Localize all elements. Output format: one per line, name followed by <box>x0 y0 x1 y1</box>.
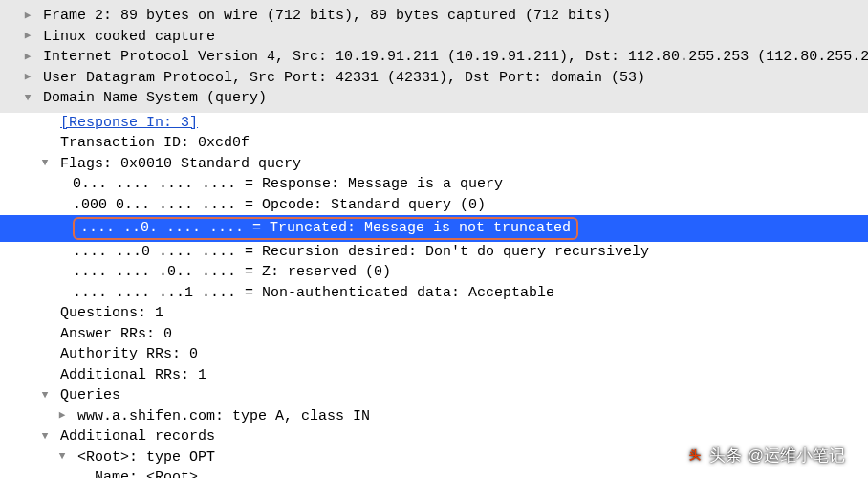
flag-recursion-text: .... ...0 .... .... = Recursion desired:… <box>73 244 649 260</box>
toutiao-icon: 头 <box>686 447 704 465</box>
response-in-link[interactable]: [Response In: 3] <box>60 115 198 131</box>
flags-header-row[interactable]: Flags: 0x0010 Standard query <box>0 154 868 175</box>
answer-rrs-text: Answer RRs: 0 <box>60 326 172 342</box>
additional-rrs-row[interactable]: Additional RRs: 1 <box>0 365 868 386</box>
chevron-down-icon[interactable] <box>21 91 34 104</box>
watermark-handle: @运维小笔记 <box>748 445 845 467</box>
queries-header-text: Queries <box>60 387 120 403</box>
flag-z-text: .... .... .0.. .... = Z: reserved (0) <box>73 264 391 280</box>
ip-text: Internet Protocol Version 4, Src: 10.19.… <box>43 49 868 65</box>
watermark: 头 头条 @运维小笔记 <box>686 445 845 467</box>
dns-row[interactable]: Domain Name System (query) <box>0 88 868 109</box>
flags-header-text: Flags: 0x0010 Standard query <box>60 156 301 172</box>
flag-response-text: 0... .... .... .... = Response: Message … <box>73 176 503 192</box>
flag-opcode-text: .000 0... .... .... = Opcode: Standard q… <box>73 197 486 213</box>
highlight-annotation: .... ..0. .... .... = Truncated: Message… <box>73 217 578 240</box>
chevron-right-icon[interactable] <box>21 70 34 83</box>
root-name-row[interactable]: Name: <Root> <box>0 467 868 478</box>
dns-text: Domain Name System (query) <box>43 90 267 106</box>
chevron-right-icon[interactable] <box>55 408 69 422</box>
flag-response-row[interactable]: 0... .... .... .... = Response: Message … <box>0 174 868 195</box>
transaction-id-row[interactable]: Transaction ID: 0xcd0f <box>0 133 868 154</box>
flag-z-row[interactable]: .... .... .0.. .... = Z: reserved (0) <box>0 262 868 283</box>
chevron-down-icon[interactable] <box>38 156 52 169</box>
flag-recursion-row[interactable]: .... ...0 .... .... = Recursion desired:… <box>0 242 868 263</box>
udp-row[interactable]: User Datagram Protocol, Src Port: 42331 … <box>0 68 868 89</box>
additional-header-row[interactable]: Additional records <box>0 426 868 447</box>
additional-rrs-text: Additional RRs: 1 <box>60 367 206 383</box>
chevron-right-icon[interactable] <box>21 50 34 63</box>
packet-header-section: Frame 2: 89 bytes on wire (712 bits), 89… <box>0 0 868 113</box>
flag-truncated-row[interactable]: .... ..0. .... .... = Truncated: Message… <box>0 215 868 242</box>
frame-row[interactable]: Frame 2: 89 bytes on wire (712 bits), 89… <box>0 6 868 27</box>
queries-header-row[interactable]: Queries <box>0 385 868 406</box>
additional-header-text: Additional records <box>60 428 215 445</box>
root-name-text: Name: <Root> <box>95 469 198 478</box>
flag-nonauth-row[interactable]: .... .... ...1 .... = Non-authenticated … <box>0 283 868 304</box>
questions-row[interactable]: Questions: 1 <box>0 303 868 324</box>
authority-rrs-row[interactable]: Authority RRs: 0 <box>0 344 868 365</box>
chevron-right-icon[interactable] <box>21 9 34 22</box>
flag-truncated-text: .... ..0. .... .... = Truncated: Message… <box>80 220 571 236</box>
watermark-label: 头条 <box>709 445 742 467</box>
chevron-down-icon[interactable] <box>38 429 52 443</box>
query-entry-text: www.a.shifen.com: type A, class IN <box>77 408 370 424</box>
chevron-down-icon[interactable] <box>38 388 52 402</box>
frame-text: Frame 2: 89 bytes on wire (712 bits), 89… <box>43 8 611 24</box>
transaction-id-text: Transaction ID: 0xcd0f <box>60 135 250 151</box>
answer-rrs-row[interactable]: Answer RRs: 0 <box>0 324 868 345</box>
flag-nonauth-text: .... .... ...1 .... = Non-authenticated … <box>73 285 554 301</box>
authority-rrs-text: Authority RRs: 0 <box>60 346 198 362</box>
query-entry-row[interactable]: www.a.shifen.com: type A, class IN <box>0 406 868 427</box>
linux-cooked-row[interactable]: Linux cooked capture <box>0 27 868 48</box>
chevron-right-icon[interactable] <box>21 29 34 42</box>
questions-text: Questions: 1 <box>60 305 163 321</box>
flag-opcode-row[interactable]: .000 0... .... .... = Opcode: Standard q… <box>0 195 868 216</box>
chevron-down-icon[interactable] <box>55 449 69 463</box>
response-in-row[interactable]: [Response In: 3] <box>0 113 868 134</box>
ip-row[interactable]: Internet Protocol Version 4, Src: 10.19.… <box>0 47 868 68</box>
udp-text: User Datagram Protocol, Src Port: 42331 … <box>43 70 645 86</box>
root-header-text: <Root>: type OPT <box>77 449 215 466</box>
linux-cooked-text: Linux cooked capture <box>43 29 215 45</box>
dns-details-section: [Response In: 3] Transaction ID: 0xcd0f … <box>0 113 868 479</box>
